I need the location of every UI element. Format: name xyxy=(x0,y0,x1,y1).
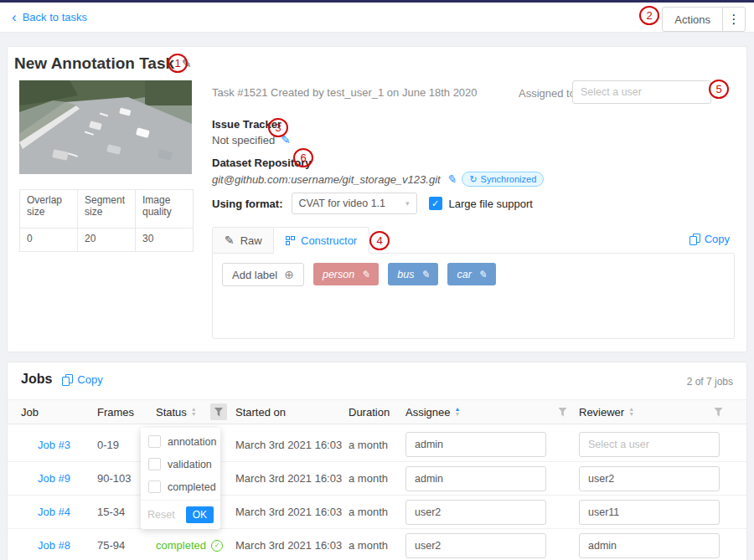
callout-2: 2 xyxy=(639,6,659,25)
filter-option-completed[interactable]: completed xyxy=(141,475,220,498)
jobs-title: Jobs xyxy=(21,372,52,387)
filter-ok-button[interactable]: OK xyxy=(186,506,214,523)
label-chip-bus[interactable]: bus ✎ xyxy=(388,263,438,285)
jobs-count: 2 of 7 jobs xyxy=(687,376,733,388)
large-file-support-checkbox-wrap[interactable]: ✓ Large file support xyxy=(429,197,533,210)
synchronized-badge[interactable]: ↻ Synchronized xyxy=(462,172,544,187)
checkbox-checked-icon[interactable]: ✓ xyxy=(429,197,442,210)
copy-icon xyxy=(689,234,700,244)
callout-1: 1 xyxy=(168,54,188,73)
reviewer-select[interactable]: admin xyxy=(579,533,720,558)
format-row: Using format: CVAT for video 1.1 ▾ ✓ Lar… xyxy=(212,192,533,215)
label-name: bus xyxy=(397,269,414,280)
copy-icon xyxy=(62,374,72,385)
job-link[interactable]: Job #4 xyxy=(21,506,70,518)
reviewer-header-label[interactable]: Reviewer xyxy=(579,406,624,419)
format-select[interactable]: CVAT for video 1.1 ▾ xyxy=(292,193,417,214)
status-filter-dropdown: annotation validation completed Reset OK xyxy=(141,428,220,529)
filter-option-label: completed xyxy=(168,481,216,493)
format-select-value: CVAT for video 1.1 xyxy=(299,198,386,209)
filter-reset-button[interactable]: Reset xyxy=(147,509,175,521)
edit-repository-icon[interactable]: ✎ xyxy=(447,172,457,186)
jobs-card: Jobs Copy 2 of 7 jobs Job Frames Status … xyxy=(7,362,747,560)
reviewer-select[interactable]: user11 xyxy=(579,500,720,525)
duration-cell: a month xyxy=(349,439,405,451)
status-header-label[interactable]: Status xyxy=(156,406,187,419)
pencil-icon: ✎ xyxy=(225,234,235,247)
add-label-button-label: Add label xyxy=(232,269,277,281)
assignee-value: user2 xyxy=(415,540,441,552)
assignee-select[interactable]: user2 xyxy=(405,500,546,525)
sync-badge-label: Synchronized xyxy=(481,174,537,184)
back-chevron-icon: ‹ xyxy=(12,12,17,23)
sort-down-caret: ▼ xyxy=(191,412,197,417)
assignee-select[interactable]: admin xyxy=(405,466,546,491)
table-row: Job #8 75-94 completed ✓ March 3rd 2021 … xyxy=(8,528,746,560)
status-completed-label: completed xyxy=(156,539,206,552)
filter-option-label: annotation xyxy=(168,436,216,448)
edit-label-icon[interactable]: ✎ xyxy=(361,269,369,280)
kebab-menu-icon[interactable]: ⋮ xyxy=(723,12,745,27)
column-header-reviewer: Reviewer ▲ ▼ xyxy=(579,406,735,419)
label-chip-car[interactable]: car ✎ xyxy=(447,263,495,285)
constructor-icon xyxy=(286,236,295,245)
edit-label-icon[interactable]: ✎ xyxy=(421,269,429,280)
tab-constructor[interactable]: Constructor xyxy=(273,227,369,254)
sort-icon[interactable]: ▲ ▼ xyxy=(454,407,460,417)
table-row: Job #9 90-103 March 3rd 2021 16:03 a mon… xyxy=(8,461,746,495)
add-label-button[interactable]: Add label ⊕ xyxy=(222,263,304,286)
filter-option-validation[interactable]: validation xyxy=(141,453,220,475)
page: ‹ Back to tasks Actions ⋮ New Annotation… xyxy=(0,0,754,560)
column-header-duration: Duration xyxy=(349,406,405,419)
checkbox-unchecked-icon[interactable] xyxy=(148,435,161,448)
assignee-select[interactable]: admin xyxy=(405,432,546,457)
job-link[interactable]: Job #3 xyxy=(21,439,70,451)
checkbox-unchecked-icon[interactable] xyxy=(148,458,161,470)
jobs-table-header: Job Frames Status ▲ ▼ Started on Duratio… xyxy=(8,399,746,424)
tab-raw[interactable]: ✎ Raw xyxy=(212,227,275,254)
back-to-tasks-link[interactable]: ‹ Back to tasks xyxy=(12,11,87,23)
table-row: Job #3 0-19 March 3rd 2021 16:03 a month… xyxy=(8,428,746,461)
actions-button[interactable]: Actions ⋮ xyxy=(662,7,746,32)
tab-constructor-label: Constructor xyxy=(301,234,357,247)
sync-icon: ↻ xyxy=(469,174,477,185)
label-chip-person[interactable]: person ✎ xyxy=(313,263,379,285)
dataset-repository-row: git@github.com:username/git_storage_v123… xyxy=(212,172,544,187)
reviewer-filter-icon[interactable] xyxy=(714,408,723,417)
param-header-quality: Image quality xyxy=(136,190,194,229)
job-link[interactable]: Job #9 xyxy=(21,472,70,485)
param-value-quality: 30 xyxy=(136,229,194,252)
frames-cell: 75-94 xyxy=(97,539,156,552)
assignee-filter-icon[interactable] xyxy=(558,408,567,417)
task-title: New Annotation Task xyxy=(14,54,174,73)
column-header-frames: Frames xyxy=(97,406,156,419)
column-header-assignee: Assignee ▲ ▼ xyxy=(405,406,579,419)
status-filter-button[interactable] xyxy=(210,403,227,420)
reviewer-value: user2 xyxy=(588,473,614,485)
table-row: Job #4 15-34 March 3rd 2021 16:03 a mont… xyxy=(8,495,746,528)
reviewer-placeholder: Select a user xyxy=(588,439,649,450)
checkbox-unchecked-icon[interactable] xyxy=(148,480,161,493)
reviewer-select[interactable]: user2 xyxy=(579,466,720,491)
edit-label-icon[interactable]: ✎ xyxy=(478,269,487,280)
reviewer-select[interactable]: Select a user xyxy=(579,432,720,457)
copy-labels-link[interactable]: Copy xyxy=(689,233,730,245)
reviewer-value: admin xyxy=(588,540,617,552)
sort-icon[interactable]: ▲ ▼ xyxy=(191,407,197,417)
copy-jobs-link[interactable]: Copy xyxy=(62,373,102,386)
task-detail-card: New Annotation Task ✎ xyxy=(7,46,747,352)
task-meta: Task #1521 Created by test_user_1 on Jun… xyxy=(212,86,478,99)
using-format-label: Using format: xyxy=(212,198,283,210)
assignee-header-label[interactable]: Assignee xyxy=(405,406,450,419)
filter-option-annotation[interactable]: annotation xyxy=(141,430,220,453)
dataset-repository-url: git@github.com:username/git_storage_v123… xyxy=(212,173,441,186)
reviewer-value: user11 xyxy=(588,506,619,518)
assigned-to-select[interactable]: Select a user xyxy=(572,80,711,104)
assignee-select[interactable]: user2 xyxy=(405,533,546,558)
column-header-started-on: Started on xyxy=(235,406,349,419)
check-circle-icon: ✓ xyxy=(211,540,223,552)
issue-tracker-value: Not specified xyxy=(212,134,275,146)
sort-icon[interactable]: ▲ ▼ xyxy=(628,407,634,417)
job-link[interactable]: Job #8 xyxy=(21,539,70,552)
copy-jobs-label: Copy xyxy=(77,373,102,386)
